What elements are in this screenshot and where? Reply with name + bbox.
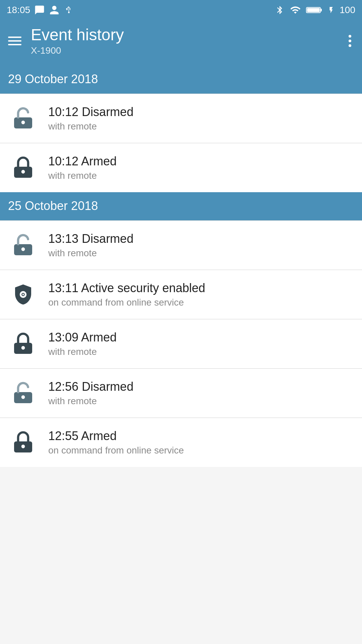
event-detail: on command from online service	[48, 297, 205, 308]
bluetooth-icon	[275, 5, 285, 15]
date-header-1: 29 October 2018	[0, 65, 362, 94]
list-item: 12:56 Disarmed with remote	[0, 368, 362, 418]
page-title: Event history	[31, 26, 124, 44]
lock-closed-icon	[8, 153, 38, 183]
svg-point-14	[21, 395, 25, 399]
list-item: 13:13 Disarmed with remote	[0, 221, 362, 270]
lock-open-icon	[8, 378, 38, 408]
battery-icon	[306, 5, 323, 15]
list-item: 12:55 Armed on command from online servi…	[0, 418, 362, 467]
svg-point-16	[21, 444, 25, 448]
date-label-1: 29 October 2018	[8, 72, 98, 86]
toolbar-title-group: Event history X-1900	[31, 26, 124, 56]
event-detail: with remote	[48, 248, 133, 259]
svg-point-4	[21, 120, 25, 124]
event-title: 13:09 Armed	[48, 330, 117, 344]
event-text: 10:12 Armed with remote	[48, 154, 117, 181]
event-text: 12:56 Disarmed with remote	[48, 380, 133, 407]
status-bar-left: 18:05	[7, 5, 73, 15]
menu-button[interactable]	[8, 37, 21, 45]
event-title: 13:11 Active security enabled	[48, 281, 205, 295]
event-title: 10:12 Armed	[48, 154, 117, 168]
list-item: 10:12 Armed with remote	[0, 143, 362, 192]
status-bar: 18:05 100	[0, 0, 362, 20]
usb-icon	[64, 5, 73, 15]
list-item: 13:11 Active security enabled on command…	[0, 270, 362, 319]
svg-rect-2	[307, 8, 320, 12]
lock-closed-icon	[8, 329, 38, 359]
charging-icon	[327, 5, 335, 15]
event-text: 10:12 Disarmed with remote	[48, 105, 133, 132]
list-item: 10:12 Disarmed with remote	[0, 94, 362, 143]
svg-point-12	[21, 346, 25, 350]
event-detail: with remote	[48, 170, 117, 181]
status-time: 18:05	[7, 5, 30, 15]
date-header-2: 25 October 2018	[0, 192, 362, 220]
event-detail: with remote	[48, 346, 117, 357]
event-title: 10:12 Disarmed	[48, 105, 133, 119]
lock-closed-icon	[8, 427, 38, 458]
svg-rect-1	[320, 9, 322, 11]
status-bar-right: 100	[275, 5, 355, 15]
shield-icon	[8, 279, 38, 310]
event-list-1: 10:12 Disarmed with remote 10:12 Armed w…	[0, 94, 362, 192]
event-detail: with remote	[48, 396, 133, 407]
person-icon	[49, 5, 60, 15]
event-detail: with remote	[48, 121, 133, 132]
event-list-2: 13:13 Disarmed with remote 13:11 Active …	[0, 221, 362, 467]
message-icon	[34, 5, 45, 15]
svg-rect-10	[22, 293, 24, 295]
event-title: 13:13 Disarmed	[48, 232, 133, 246]
event-title: 12:56 Disarmed	[48, 380, 133, 394]
svg-point-6	[21, 170, 25, 173]
date-label-2: 25 October 2018	[8, 199, 98, 213]
event-detail: on command from online service	[48, 445, 184, 456]
event-text: 13:11 Active security enabled on command…	[48, 281, 205, 308]
event-text: 12:55 Armed on command from online servi…	[48, 429, 184, 456]
event-title: 12:55 Armed	[48, 429, 184, 443]
more-options-button[interactable]	[346, 32, 354, 50]
list-item: 13:09 Armed with remote	[0, 319, 362, 368]
svg-point-8	[21, 247, 25, 251]
device-subtitle: X-1900	[31, 45, 124, 56]
toolbar-left: Event history X-1900	[8, 26, 124, 56]
toolbar: Event history X-1900	[0, 20, 362, 65]
battery-level: 100	[340, 5, 355, 15]
lock-open-icon	[8, 103, 38, 133]
event-text: 13:09 Armed with remote	[48, 330, 117, 357]
event-text: 13:13 Disarmed with remote	[48, 232, 133, 259]
wifi-icon	[289, 5, 301, 15]
lock-open-icon	[8, 230, 38, 260]
